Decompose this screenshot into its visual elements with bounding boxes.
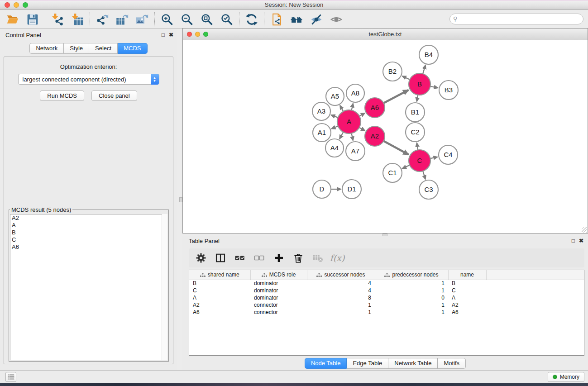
result-item[interactable]: A: [10, 222, 167, 229]
table-cell[interactable]: A6: [189, 309, 250, 316]
gear-icon[interactable]: [195, 252, 207, 264]
table-cell[interactable]: dominator: [250, 280, 307, 287]
table-cell[interactable]: A: [448, 294, 486, 301]
close-panel-icon[interactable]: ✖: [169, 32, 173, 38]
table-float-panel-icon[interactable]: □: [572, 238, 575, 244]
table-cell[interactable]: A6: [448, 309, 486, 316]
eye-slash-icon[interactable]: [309, 12, 324, 27]
import-network-icon[interactable]: [50, 12, 65, 27]
table-row[interactable]: Adominator80A: [189, 294, 584, 301]
floppy-disk-icon[interactable]: [25, 12, 40, 27]
node-C3[interactable]: C3: [419, 180, 438, 199]
column-header[interactable]: shared name: [189, 270, 250, 280]
column-header[interactable]: successor nodes: [307, 270, 375, 280]
table-cell[interactable]: 4: [307, 287, 375, 294]
node-A7[interactable]: A7: [346, 142, 365, 161]
close-panel-button[interactable]: Close panel: [91, 91, 137, 101]
minimize-window-button[interactable]: [14, 2, 19, 8]
table-row[interactable]: A2connector11A2: [189, 301, 584, 309]
zoom-selected-icon[interactable]: [220, 12, 234, 27]
search-input[interactable]: [449, 14, 583, 24]
criterion-dropdown[interactable]: largest connected component (directed) ▲…: [18, 74, 159, 85]
window-resize-grip[interactable]: [582, 227, 587, 233]
result-list-scrollbar[interactable]: [162, 214, 167, 360]
node-A3[interactable]: A3: [312, 102, 330, 120]
result-item[interactable]: C: [10, 236, 167, 243]
zoom-window-button[interactable]: [23, 2, 28, 8]
network-canvas[interactable]: B4B2BB3A5A8A6A3B1AA1C2A2A4A7C4CC1C3DD1: [183, 40, 588, 233]
export-image-icon[interactable]: [135, 12, 149, 27]
node-C1[interactable]: C1: [383, 163, 402, 182]
zoom-out-icon[interactable]: [180, 12, 194, 27]
node-C4[interactable]: C4: [439, 145, 458, 164]
node-A[interactable]: A: [337, 110, 361, 133]
node-C[interactable]: C: [409, 150, 430, 172]
task-history-button[interactable]: [5, 372, 16, 382]
node-B4[interactable]: B4: [419, 45, 438, 64]
column-header[interactable]: name: [448, 270, 486, 280]
table-cell[interactable]: connector: [250, 301, 307, 309]
node-D1[interactable]: D1: [342, 180, 361, 199]
node-A6[interactable]: A6: [365, 98, 385, 118]
function-icon[interactable]: f(x): [331, 252, 343, 264]
table-cell[interactable]: 1: [375, 301, 448, 309]
columns-icon[interactable]: [215, 252, 226, 264]
tab-edge-table[interactable]: Edge Table: [347, 358, 388, 369]
table-row[interactable]: Bdominator41B: [189, 280, 584, 287]
zoom-in-icon[interactable]: [160, 12, 174, 27]
table-cell[interactable]: A2: [189, 301, 250, 309]
select-all-icon[interactable]: [234, 252, 246, 264]
result-item[interactable]: A6: [10, 243, 167, 251]
table-cell[interactable]: 4: [307, 280, 375, 287]
panel-divider-grip[interactable]: [179, 197, 182, 202]
node-B[interactable]: B: [409, 73, 430, 95]
folder-open-icon[interactable]: [5, 12, 20, 27]
table-cell[interactable]: 1: [375, 287, 448, 294]
tab-network[interactable]: Network: [29, 43, 64, 54]
table-cell[interactable]: B: [448, 280, 486, 287]
run-mcds-button[interactable]: Run MCDS: [40, 91, 84, 101]
node-D[interactable]: D: [313, 180, 331, 198]
result-item[interactable]: B: [10, 229, 167, 236]
double-home-icon[interactable]: [289, 12, 304, 27]
result-item[interactable]: A2: [10, 214, 167, 222]
table-cell[interactable]: 8: [307, 294, 375, 301]
table-cell[interactable]: C: [189, 287, 250, 294]
table-cell[interactable]: C: [448, 287, 486, 294]
export-network-icon[interactable]: [95, 12, 110, 27]
node-A2[interactable]: A2: [365, 126, 385, 146]
network-close-button[interactable]: [187, 32, 192, 37]
refresh-icon[interactable]: [244, 12, 259, 27]
memory-button[interactable]: Memory: [548, 372, 584, 382]
node-A8[interactable]: A8: [346, 84, 364, 102]
trash-icon[interactable]: [292, 252, 304, 264]
node-A5[interactable]: A5: [326, 87, 344, 105]
tab-select[interactable]: Select: [89, 43, 118, 54]
tab-mcds[interactable]: MCDS: [118, 43, 147, 54]
plus-icon[interactable]: [273, 252, 285, 264]
table-cell[interactable]: A: [189, 294, 250, 301]
table-cell[interactable]: dominator: [250, 294, 307, 301]
deselect-all-icon[interactable]: [253, 252, 265, 264]
tab-motifs[interactable]: Motifs: [438, 358, 466, 369]
table-cell[interactable]: 1: [307, 309, 375, 316]
close-window-button[interactable]: [5, 2, 10, 8]
column-header[interactable]: MCDS role: [250, 270, 307, 280]
node-C2[interactable]: C2: [406, 123, 425, 142]
zoom-fit-icon[interactable]: [200, 12, 214, 27]
table-cell[interactable]: dominator: [250, 287, 307, 294]
document-network-icon[interactable]: [269, 12, 284, 27]
node-B2[interactable]: B2: [383, 62, 402, 81]
tab-style[interactable]: Style: [64, 43, 89, 54]
table-cell[interactable]: 1: [375, 280, 448, 287]
table-cell[interactable]: connector: [250, 309, 307, 316]
table-cell[interactable]: 0: [375, 294, 448, 301]
table-row[interactable]: A6connector11A6: [189, 309, 584, 316]
tab-node-table[interactable]: Node Table: [305, 358, 347, 369]
node-B3[interactable]: B3: [439, 81, 458, 100]
table-cell[interactable]: 1: [307, 301, 375, 309]
table-cell[interactable]: A2: [448, 301, 486, 309]
table-cell[interactable]: B: [189, 280, 250, 287]
table-close-panel-icon[interactable]: ✖: [579, 238, 583, 244]
node-A4[interactable]: A4: [325, 139, 344, 157]
